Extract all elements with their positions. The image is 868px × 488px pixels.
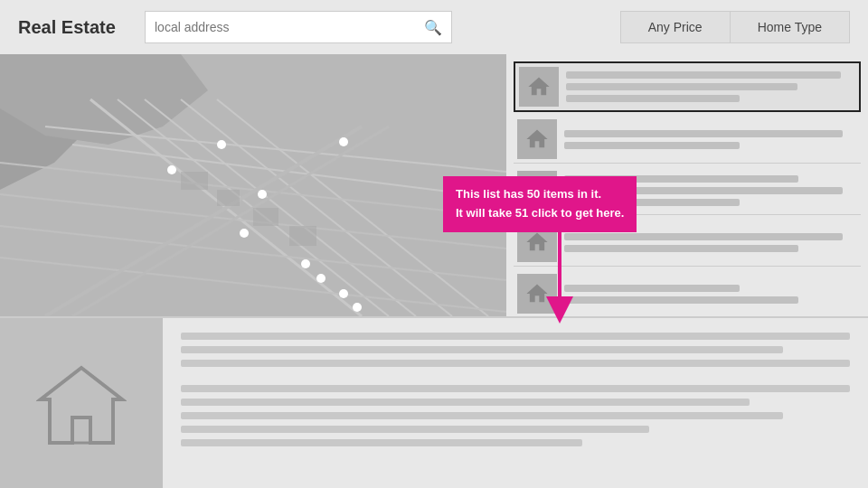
- price-filter-button[interactable]: Any Price: [620, 11, 730, 43]
- header: Real Estate 🔍 Any Price Home Type: [0, 0, 868, 54]
- detail-text-line: [181, 412, 783, 419]
- detail-text-line: [181, 360, 850, 367]
- listing-icon-1: [519, 67, 559, 107]
- listing-lines-2: [564, 130, 857, 149]
- listing-line: [564, 245, 798, 252]
- svg-rect-16: [181, 172, 208, 190]
- detail-text-line: [181, 346, 783, 353]
- property-detail-text: [163, 318, 868, 488]
- content-row: <Previous Next>: [0, 54, 868, 316]
- svg-point-28: [339, 289, 348, 298]
- detail-text-line: [181, 333, 850, 340]
- svg-point-29: [353, 303, 362, 312]
- listing-line: [564, 233, 843, 240]
- listing-line: [564, 285, 740, 292]
- search-input[interactable]: [155, 20, 424, 34]
- svg-marker-32: [41, 368, 122, 443]
- svg-point-27: [316, 274, 326, 283]
- detail-text-line: [181, 399, 750, 406]
- svg-point-21: [167, 165, 176, 174]
- listing-item[interactable]: [514, 61, 861, 112]
- listing-line: [566, 71, 841, 79]
- filter-buttons: Any Price Home Type: [620, 11, 850, 43]
- bottom-section: [0, 316, 868, 488]
- listing-lines-5: [564, 285, 857, 304]
- map-svg: [0, 54, 506, 316]
- listing-line: [564, 142, 740, 149]
- property-image: [0, 318, 163, 488]
- house-icon: [36, 363, 127, 445]
- type-filter-button[interactable]: Home Type: [730, 11, 850, 43]
- listing-line: [566, 83, 797, 90]
- search-bar: 🔍: [145, 11, 452, 43]
- svg-point-23: [258, 190, 267, 199]
- svg-rect-33: [72, 418, 90, 443]
- map-area[interactable]: [0, 54, 506, 316]
- svg-rect-17: [217, 190, 240, 206]
- listing-line: [564, 296, 798, 304]
- listing-line: [564, 130, 843, 137]
- tooltip-arrow-icon: [546, 224, 573, 324]
- detail-text-line: [181, 439, 582, 446]
- listing-item[interactable]: [514, 116, 861, 164]
- listing-lines-1: [566, 71, 855, 102]
- listing-lines-4: [564, 233, 857, 252]
- svg-rect-18: [253, 208, 278, 226]
- svg-point-22: [339, 137, 348, 146]
- tooltip-line2: It will take 51 click to get here.: [456, 204, 624, 223]
- tooltip: This list has 50 items in it. It will ta…: [443, 176, 637, 232]
- listing-line: [566, 95, 740, 102]
- listing-icon-2: [517, 119, 557, 159]
- detail-text-line: [181, 426, 649, 433]
- search-button[interactable]: 🔍: [424, 19, 442, 36]
- svg-point-26: [301, 259, 310, 268]
- svg-point-25: [240, 229, 249, 238]
- svg-marker-31: [546, 296, 573, 324]
- svg-rect-19: [289, 226, 316, 246]
- app-title: Real Estate: [18, 17, 127, 38]
- detail-text-line: [181, 385, 850, 392]
- svg-point-20: [217, 140, 226, 149]
- tooltip-line1: This list has 50 items in it.: [456, 185, 624, 204]
